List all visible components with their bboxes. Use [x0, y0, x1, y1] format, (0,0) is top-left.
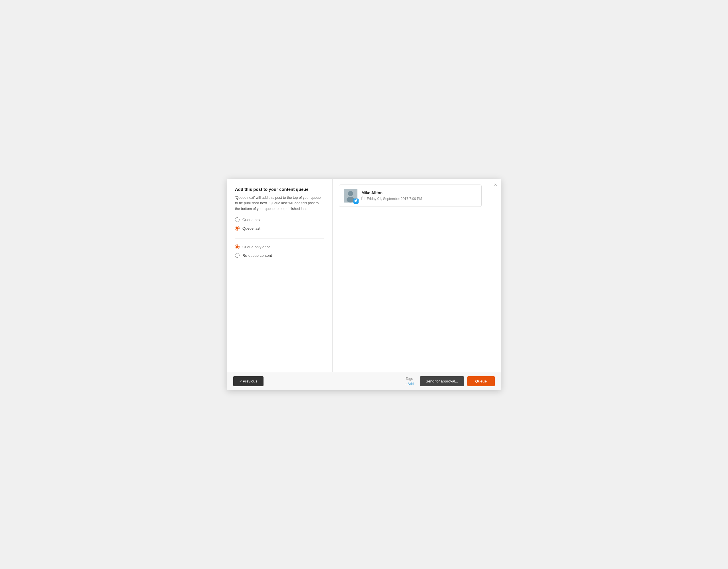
queue-next-text: Queue next: [242, 218, 262, 222]
requeue-content-label[interactable]: Re-queue content: [235, 253, 324, 257]
tags-label: Tags: [406, 377, 413, 381]
tags-area: Tags + Add: [405, 377, 414, 386]
queue-last-text: Queue last: [242, 226, 260, 230]
previous-button[interactable]: < Previous: [233, 376, 264, 386]
queue-next-label[interactable]: Queue next: [235, 217, 324, 222]
svg-point-1: [348, 191, 353, 196]
queue-last-radio[interactable]: [235, 226, 240, 230]
queue-position-group: Queue next Queue last: [235, 217, 324, 230]
left-panel: Add this post to your content queue 'Que…: [227, 179, 333, 372]
queue-last-label[interactable]: Queue last: [235, 226, 324, 230]
post-info: Mike Allton Friday 01, September 2017 7:…: [361, 190, 422, 201]
calendar-icon: [361, 196, 365, 201]
queue-only-once-label[interactable]: Queue only once: [235, 244, 324, 249]
right-panel: Mike Allton Friday 01, September 2017 7:…: [333, 179, 501, 372]
post-date-text: Friday 01, September 2017 7:00 PM: [367, 197, 422, 201]
post-date-row: Friday 01, September 2017 7:00 PM: [361, 196, 422, 201]
section-divider: [235, 238, 324, 239]
requeue-content-radio[interactable]: [235, 253, 240, 257]
modal: × Add this post to your content queue 'Q…: [227, 179, 501, 390]
post-card: Mike Allton Friday 01, September 2017 7:…: [339, 184, 482, 207]
queue-button[interactable]: Queue: [467, 376, 495, 386]
svg-rect-3: [362, 197, 365, 200]
modal-body: Add this post to your content queue 'Que…: [227, 179, 501, 372]
post-author: Mike Allton: [361, 190, 422, 195]
modal-title: Add this post to your content queue: [235, 187, 324, 192]
requeue-content-text: Re-queue content: [242, 253, 272, 257]
queue-next-radio[interactable]: [235, 217, 240, 222]
send-approval-button[interactable]: Send for approval...: [420, 376, 464, 386]
modal-footer: < Previous Tags + Add Send for approval.…: [227, 372, 501, 390]
queue-only-once-radio[interactable]: [235, 244, 240, 249]
add-tag-link[interactable]: + Add: [405, 382, 414, 386]
close-button[interactable]: ×: [494, 182, 497, 187]
modal-description: 'Queue next' will add this post to the t…: [235, 195, 324, 212]
twitter-badge: [353, 198, 359, 204]
avatar-wrap: [344, 189, 357, 202]
queue-type-group: Queue only once Re-queue content: [235, 244, 324, 257]
queue-only-once-text: Queue only once: [242, 245, 270, 249]
